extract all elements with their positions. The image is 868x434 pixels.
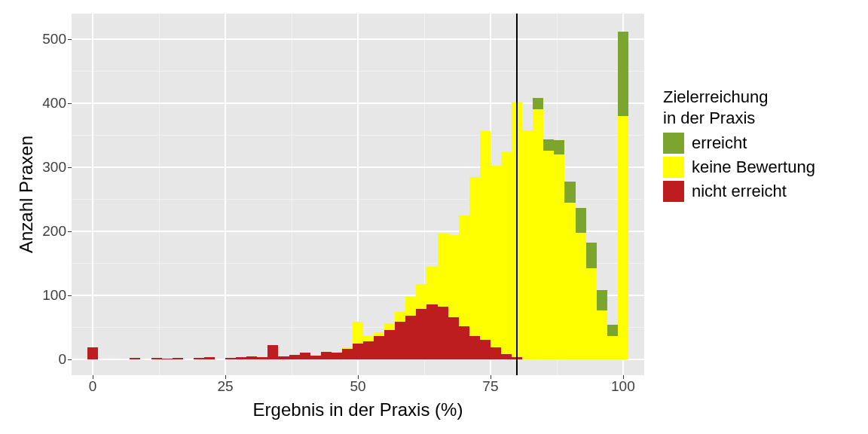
- x-tick: [93, 375, 93, 379]
- bar-segment: [618, 32, 628, 116]
- bar-segment: [310, 356, 321, 359]
- bar-segment: [342, 347, 353, 350]
- bar-segment: [597, 310, 607, 359]
- bar-segment: [395, 312, 405, 322]
- bar-segment: [194, 358, 204, 359]
- bar-segment: [469, 336, 480, 359]
- x-tick-label: 25: [217, 378, 233, 395]
- y-tick-label: 0: [58, 351, 66, 368]
- bar-segment: [225, 358, 236, 359]
- y-tick-label: 100: [42, 287, 66, 304]
- plot-panel: [72, 14, 644, 375]
- bar-segment: [342, 349, 353, 359]
- x-tick: [623, 375, 624, 379]
- bar-segment: [459, 326, 469, 359]
- y-axis-title: Anzahl Praxen: [15, 14, 38, 375]
- legend-swatch-nicht-erreicht: [663, 181, 684, 202]
- bar-segment: [543, 139, 554, 151]
- bar-segment: [491, 166, 501, 347]
- bar-segment: [426, 304, 437, 359]
- bar-segment: [533, 98, 543, 109]
- y-tick: [68, 103, 72, 104]
- bar-segment: [480, 131, 491, 340]
- bar-segment: [501, 354, 512, 359]
- bar-segment: [554, 140, 564, 154]
- bar-segment: [289, 355, 300, 359]
- bar-segment: [416, 309, 426, 359]
- bar-segment: [597, 290, 607, 310]
- bar-segment: [491, 347, 501, 359]
- bar-segment: [374, 336, 384, 359]
- bar-segment: [576, 208, 586, 232]
- y-tick: [68, 39, 72, 40]
- bar-segment: [257, 357, 267, 359]
- bar-segment: [353, 344, 363, 359]
- bar-segment: [332, 352, 342, 353]
- bar-segment: [384, 323, 395, 329]
- legend: Zielerreichung in der Praxis erreicht ke…: [663, 87, 815, 205]
- y-tick-label: 200: [42, 223, 66, 240]
- bar-segment: [564, 182, 575, 203]
- legend-label: nicht erreicht: [692, 182, 787, 201]
- bar-segment: [151, 358, 162, 359]
- x-tick: [358, 375, 359, 379]
- x-tick: [491, 375, 491, 379]
- bar-segment: [607, 325, 618, 336]
- bar-segment: [438, 307, 448, 359]
- bar-segment: [501, 152, 512, 354]
- legend-title: Zielerreichung in der Praxis: [663, 87, 815, 128]
- bar-segment: [426, 267, 437, 304]
- y-tick-label: 300: [42, 159, 66, 176]
- bar-segment: [469, 177, 480, 336]
- reference-vline: [516, 14, 518, 375]
- x-tick-label: 75: [482, 378, 498, 395]
- bar-segment: [586, 268, 597, 359]
- bar-segment: [204, 357, 215, 359]
- legend-swatch-erreicht: [663, 133, 684, 154]
- bar-segment: [278, 356, 289, 359]
- bar-segment: [162, 359, 173, 359]
- bar-segment: [448, 317, 459, 359]
- bar-segment: [300, 353, 310, 359]
- legend-label: keine Bewertung: [692, 157, 815, 177]
- legend-swatch-keine-bewertung: [663, 157, 684, 178]
- bar-segment: [543, 151, 554, 359]
- x-tick-label: 100: [611, 378, 635, 395]
- bar-segment: [533, 109, 543, 359]
- bar-segment: [395, 322, 405, 359]
- bar-segment: [353, 322, 363, 344]
- bar-segment: [618, 116, 628, 359]
- legend-label: erreicht: [692, 133, 747, 153]
- bar-segment: [374, 332, 384, 336]
- bar-segment: [246, 356, 257, 359]
- bar-segment: [405, 316, 416, 359]
- bar-segment: [363, 341, 374, 359]
- chart-container: Ergebnis in der Praxis (%) Anzahl Praxen…: [0, 0, 868, 434]
- bar-segment: [554, 154, 564, 359]
- bar-segment: [332, 353, 342, 359]
- bar-segment: [438, 234, 448, 307]
- y-tick: [68, 295, 72, 296]
- y-tick: [68, 167, 72, 168]
- bar-segment: [267, 345, 278, 359]
- y-tick: [68, 359, 72, 360]
- y-tick: [68, 231, 72, 232]
- bar-segment: [576, 233, 586, 359]
- bar-segment: [87, 347, 98, 359]
- bar-segment: [480, 340, 491, 359]
- bars-layer: [72, 14, 644, 375]
- bar-segment: [384, 330, 395, 359]
- legend-item-nicht-erreicht: nicht erreicht: [663, 181, 815, 202]
- bar-segment: [459, 215, 469, 326]
- bar-segment: [363, 336, 374, 341]
- legend-item-erreicht: erreicht: [663, 133, 815, 154]
- x-tick-label: 50: [350, 378, 365, 395]
- bar-segment: [607, 336, 618, 359]
- bar-segment: [586, 243, 597, 268]
- y-tick-label: 500: [42, 31, 66, 47]
- y-tick-label: 400: [42, 95, 66, 112]
- x-tick: [225, 375, 226, 379]
- bar-segment: [130, 358, 140, 359]
- legend-item-keine-bewertung: keine Bewertung: [663, 157, 815, 178]
- bar-segment: [448, 235, 459, 317]
